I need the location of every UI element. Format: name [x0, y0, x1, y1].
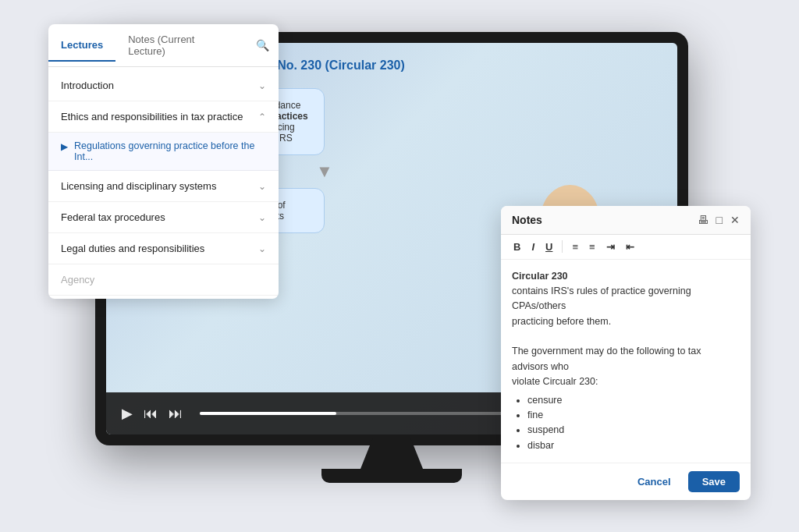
toolbar-divider — [562, 240, 563, 253]
play-triangle-icon: ▶ — [61, 141, 68, 152]
sidebar-item-label: Licensing and disciplinary systems — [61, 180, 252, 192]
chevron-down-icon: ⌄ — [258, 243, 266, 254]
notes-line3: The government may do the following to t… — [512, 344, 740, 374]
sidebar-items: Introduction ⌄ Ethics and responsibiliti… — [48, 67, 279, 299]
notes-line4: violate Circualr 230: — [512, 374, 740, 389]
notes-header-icons: 🖶 □ ✕ — [698, 214, 740, 226]
chevron-down-icon: ⌄ — [258, 212, 266, 223]
notes-title: Notes — [512, 214, 698, 226]
ordered-list-button[interactable]: ≡ — [569, 239, 581, 254]
sidebar-item-ethics[interactable]: Ethics and responsibilities in tax pract… — [48, 101, 279, 133]
sidebar-item-legal[interactable]: Legal duties and responsibilities ⌄ — [48, 233, 279, 264]
chevron-down-icon: ⌄ — [258, 80, 266, 91]
sidebar-item-label: Agency — [61, 274, 266, 286]
stand-base — [321, 469, 462, 483]
indent-button[interactable]: ⇥ — [603, 239, 618, 254]
bold-button[interactable]: B — [510, 239, 524, 254]
sidebar-item-introduction[interactable]: Introduction ⌄ — [48, 70, 279, 101]
chevron-down-icon: ⌄ — [258, 181, 266, 192]
list-item: disbar — [527, 438, 740, 453]
list-item: fine — [527, 408, 740, 423]
sidebar-item-label: Ethics and responsibilities in tax pract… — [61, 111, 252, 122]
notes-header: Notes 🖶 □ ✕ — [501, 206, 751, 235]
expand-icon[interactable]: □ — [716, 214, 723, 226]
tab-notes-current[interactable]: Notes (Current Lecture) — [115, 24, 247, 66]
sidebar-header: Lectures Notes (Current Lecture) 🔍 — [48, 24, 279, 67]
skip-back-button[interactable]: ⏮ — [144, 406, 158, 422]
sidebar-panel: Lectures Notes (Current Lecture) 🔍 Intro… — [48, 24, 279, 299]
sidebar-item-label: Regulations governing practice before th… — [74, 140, 266, 162]
underline-button[interactable]: U — [542, 239, 556, 254]
notes-toolbar: B I U ≡ ≡ ⇥ ⇤ — [501, 235, 751, 260]
stand-neck — [360, 438, 423, 469]
sidebar-item-regulations[interactable]: ▶ Regulations governing practice before … — [48, 133, 279, 171]
notes-line2: practicing before them. — [512, 314, 740, 329]
italic-button[interactable]: I — [528, 239, 538, 254]
list-item: censure — [527, 393, 740, 408]
notes-bullet-list: censure fine suspend disbar — [527, 393, 740, 454]
sidebar-item-label: Introduction — [61, 80, 252, 91]
play-button[interactable]: ▶ — [122, 405, 133, 422]
save-button[interactable]: Save — [688, 471, 740, 492]
chevron-up-icon: ⌃ — [258, 112, 266, 122]
notes-circular-title: Circular 230 — [512, 271, 568, 282]
print-icon[interactable]: 🖶 — [698, 214, 708, 226]
cancel-button[interactable]: Cancel — [628, 471, 680, 492]
sidebar-item-agency[interactable]: Agency — [48, 264, 279, 296]
search-icon[interactable]: 🔍 — [247, 33, 279, 58]
close-icon[interactable]: ✕ — [730, 214, 740, 226]
sidebar-item-federal[interactable]: Federal tax procedures ⌄ — [48, 202, 279, 233]
sidebar-item-licensing[interactable]: Licensing and disciplinary systems ⌄ — [48, 171, 279, 202]
sidebar-item-label: Federal tax procedures — [61, 211, 252, 223]
list-item: suspend — [527, 423, 740, 438]
notes-panel: Notes 🖶 □ ✕ B I U ≡ ≡ ⇥ ⇤ Circular 230 c… — [501, 206, 751, 501]
progress-fill — [200, 412, 336, 415]
outdent-button[interactable]: ⇤ — [623, 239, 637, 254]
unordered-list-button[interactable]: ≡ — [586, 239, 598, 254]
notes-line1: contains IRS's rules of practice governi… — [512, 284, 740, 314]
notes-footer: Cancel Save — [501, 463, 751, 500]
notes-body[interactable]: Circular 230 contains IRS's rules of pra… — [501, 260, 751, 463]
notes-bold-text: Circular 230 — [512, 269, 740, 284]
tab-lectures[interactable]: Lectures — [48, 30, 115, 62]
sidebar-item-label: Legal duties and responsibilities — [61, 243, 252, 254]
skip-forward-button[interactable]: ⏭ — [169, 406, 183, 422]
